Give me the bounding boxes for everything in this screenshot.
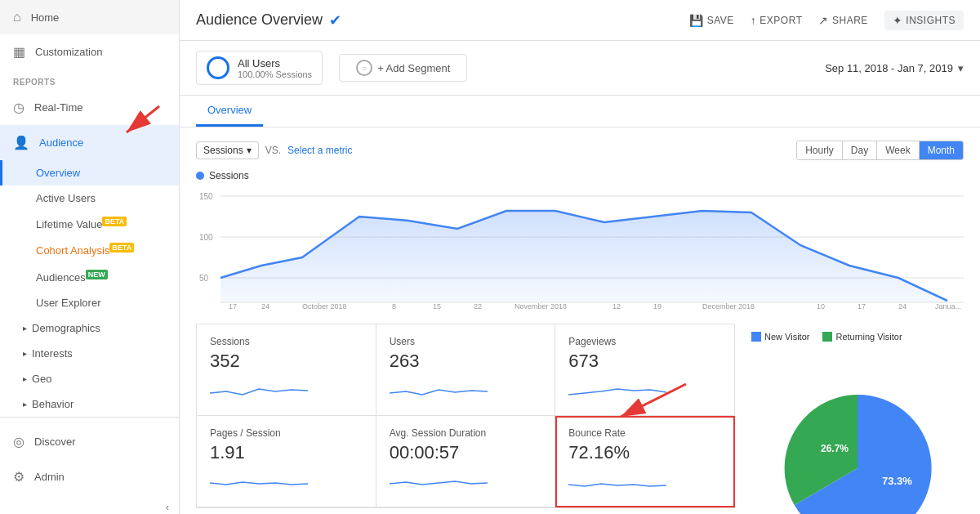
- sidebar-geo-label: Geo: [32, 373, 52, 385]
- returning-pct-label: 26.7%: [821, 443, 849, 454]
- sidebar-item-home[interactable]: ⌂ Home: [0, 0, 179, 34]
- sidebar-item-audience[interactable]: 👤 Audience: [0, 125, 179, 160]
- sidebar-item-user-explorer[interactable]: User Explorer: [0, 290, 179, 315]
- verified-icon: ✔: [329, 11, 341, 29]
- svg-text:December 2018: December 2018: [702, 302, 755, 311]
- person-icon: 👤: [13, 135, 29, 150]
- toggle-month[interactable]: Month: [919, 141, 963, 159]
- sidebar-item-audiences[interactable]: AudiencesNEW: [0, 264, 179, 290]
- save-button[interactable]: 💾 SAVE: [689, 14, 734, 27]
- main-content: Audience Overview ✔ 💾 SAVE ↑ EXPORT ↗ SH…: [180, 0, 980, 514]
- select-metric-link[interactable]: Select a metric: [287, 145, 352, 156]
- share-button[interactable]: ↗ SHARE: [818, 14, 867, 27]
- chart-legend: Sessions: [196, 170, 964, 181]
- discover-icon: ◎: [13, 434, 24, 449]
- sidebar-item-lifetime-value[interactable]: Lifetime ValueBETA: [0, 211, 179, 237]
- sidebar-group-demographics[interactable]: ▸ Demographics: [0, 315, 179, 341]
- avg-session-sparkline: [390, 468, 488, 493]
- sidebar-item-overview[interactable]: Overview: [0, 160, 179, 185]
- sessions-label: Sessions: [210, 336, 363, 347]
- sidebar-interests-label: Interests: [32, 347, 73, 360]
- geo-arrow-icon: ▸: [23, 374, 27, 383]
- tab-overview[interactable]: Overview: [196, 96, 263, 127]
- metric-select-area: Sessions ▾ VS. Select a metric: [196, 141, 352, 159]
- sidebar-item-admin[interactable]: ⚙ Admin: [0, 459, 179, 494]
- vs-label: VS.: [265, 145, 281, 156]
- metric-dropdown[interactable]: Sessions ▾: [196, 141, 259, 159]
- top-bar-actions: 💾 SAVE ↑ EXPORT ↗ SHARE ✦ INSIGHTS: [689, 11, 964, 30]
- sidebar-user-explorer-label: User Explorer: [36, 297, 100, 309]
- sidebar-item-cohort-analysis[interactable]: Cohort AnalysisBETA: [0, 237, 179, 263]
- date-range-picker[interactable]: Sep 11, 2018 - Jan 7, 2019 ▾: [825, 62, 964, 74]
- chart-svg: 150 100 50: [196, 188, 964, 311]
- new-visitor-color: [751, 332, 761, 342]
- toggle-week[interactable]: Week: [876, 141, 918, 159]
- sidebar-audience-label: Audience: [39, 136, 83, 149]
- toggle-hourly[interactable]: Hourly: [797, 141, 842, 159]
- export-button[interactable]: ↑ EXPORT: [751, 14, 803, 27]
- add-segment-button[interactable]: ○ + Add Segment: [339, 54, 467, 82]
- new-pct-label: 73.3%: [882, 475, 912, 487]
- page-title: Audience Overview: [196, 11, 323, 29]
- sidebar-item-realtime[interactable]: ◷ Real-Time: [0, 90, 179, 125]
- pages-session-value: 1.91: [210, 442, 363, 463]
- metric-dropdown-label: Sessions: [203, 145, 243, 156]
- insights-icon: ✦: [893, 14, 903, 27]
- metrics-area: Sessions 352 Users 263: [180, 324, 980, 514]
- share-label: SHARE: [832, 15, 868, 26]
- bounce-rate-sparkline: [568, 468, 666, 493]
- sidebar-behavior-label: Behavior: [32, 398, 74, 410]
- overview-tabs: Overview: [180, 96, 980, 127]
- sidebar-home-label: Home: [31, 11, 60, 24]
- share-icon: ↗: [818, 14, 829, 27]
- sidebar-group-behavior[interactable]: ▸ Behavior: [0, 391, 179, 417]
- sidebar-group-interests[interactable]: ▸ Interests: [0, 341, 179, 366]
- svg-text:22: 22: [474, 302, 482, 311]
- sessions-sparkline: [210, 377, 308, 401]
- metric-dropdown-arrow: ▾: [247, 145, 252, 156]
- insights-button[interactable]: ✦ INSIGHTS: [884, 11, 964, 30]
- all-users-segment[interactable]: All Users 100.00% Sessions: [196, 51, 323, 85]
- sidebar-overview-label: Overview: [36, 167, 80, 179]
- segment-bar: All Users 100.00% Sessions ○ + Add Segme…: [180, 41, 980, 96]
- demographics-arrow-icon: ▸: [23, 324, 27, 333]
- date-range-label: Sep 11, 2018 - Jan 7, 2019: [825, 62, 953, 74]
- collapse-button[interactable]: ‹: [0, 494, 179, 514]
- sidebar-lifetime-value-label: Lifetime Value: [36, 218, 102, 230]
- metrics-left: Sessions 352 Users 263: [196, 324, 735, 514]
- users-label: Users: [390, 336, 542, 347]
- clock-icon: ◷: [13, 100, 24, 115]
- metrics-grid: Sessions 352 Users 263: [196, 324, 735, 507]
- svg-text:100: 100: [199, 233, 213, 242]
- svg-text:12: 12: [612, 302, 621, 311]
- sidebar-cohort-label: Cohort Analysis: [36, 245, 109, 257]
- sidebar-item-customization[interactable]: ▦ Customization: [0, 34, 179, 69]
- metric-card-sessions: Sessions 352: [197, 324, 376, 416]
- insights-label: INSIGHTS: [906, 15, 956, 26]
- svg-text:10: 10: [817, 302, 825, 311]
- legend-new-visitor: New Visitor: [751, 332, 809, 342]
- toggle-day[interactable]: Day: [842, 141, 876, 159]
- metric-card-pages-session: Pages / Session 1.91: [197, 416, 376, 507]
- page-title-area: Audience Overview ✔: [196, 11, 341, 29]
- svg-text:24: 24: [898, 302, 906, 311]
- sidebar-item-active-users[interactable]: Active Users: [0, 185, 179, 211]
- svg-text:November 2018: November 2018: [514, 302, 567, 311]
- segment-info: All Users 100.00% Sessions: [238, 57, 312, 79]
- sidebar-group-geo[interactable]: ▸ Geo: [0, 366, 179, 391]
- returning-visitor-label: Returning Visitor: [835, 332, 902, 342]
- sidebar-item-discover[interactable]: ◎ Discover: [0, 424, 179, 459]
- sidebar-bottom: ◎ Discover ⚙ Admin ‹: [0, 417, 179, 514]
- sidebar-audiences-label: Audiences: [36, 271, 86, 284]
- segment-sub: 100.00% Sessions: [238, 69, 312, 79]
- svg-text:150: 150: [199, 192, 213, 201]
- svg-marker-7: [220, 211, 947, 302]
- avg-session-value: 00:00:57: [390, 442, 542, 463]
- save-label: SAVE: [707, 15, 734, 26]
- new-badge: NEW: [86, 270, 108, 279]
- time-toggle-group: Hourly Day Week Month: [796, 141, 964, 160]
- home-icon: ⌂: [13, 10, 21, 25]
- sidebar-active-users-label: Active Users: [36, 192, 96, 204]
- segment-circle-icon: [207, 56, 229, 79]
- svg-text:19: 19: [653, 302, 662, 311]
